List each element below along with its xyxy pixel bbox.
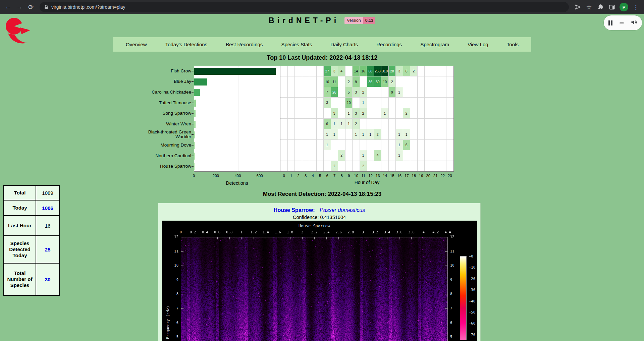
heatmap-cell bbox=[432, 140, 439, 150]
heatmap-cell: 1 bbox=[396, 129, 403, 139]
heatmap-cell bbox=[389, 150, 396, 161]
spec-xtick-label: 4.2 bbox=[430, 230, 441, 234]
species-label: Mourning Dove bbox=[147, 140, 191, 151]
heatmap-cell bbox=[403, 119, 411, 129]
heatmap-cell bbox=[425, 98, 432, 108]
hour-axis-tick-label: 12 bbox=[367, 174, 375, 178]
species-label: Fish Crow bbox=[147, 66, 191, 76]
stat-value[interactable]: 25 bbox=[36, 236, 59, 263]
species-label: Black-throated Green Warbler bbox=[147, 129, 191, 140]
nav-item-overview[interactable]: Overview bbox=[126, 42, 147, 47]
spec-tickmark bbox=[445, 280, 447, 280]
heatmap-cell bbox=[280, 98, 288, 108]
spec-tickmark bbox=[326, 237, 327, 239]
heatmap-cell bbox=[295, 87, 302, 98]
heatmap-cell bbox=[302, 140, 310, 150]
heatmap-cell: 1 bbox=[367, 129, 374, 139]
forward-icon[interactable]: → bbox=[14, 2, 25, 12]
hour-axis-tick-label: 14 bbox=[381, 174, 389, 178]
heatmap-cell bbox=[446, 66, 454, 76]
heatmap-cell bbox=[331, 140, 338, 150]
species-link[interactable]: House Sparrow: bbox=[274, 207, 315, 213]
heatmap-cell bbox=[410, 129, 418, 139]
colorbar-label: -60 bbox=[469, 321, 475, 325]
heatmap-cell bbox=[439, 76, 446, 87]
heatmap-cell bbox=[432, 76, 439, 87]
heatmap-cell bbox=[439, 150, 446, 161]
profile-avatar[interactable]: P bbox=[620, 3, 628, 11]
nav-item-best-recordings[interactable]: Best Recordings bbox=[226, 42, 263, 47]
detections-bar bbox=[194, 78, 207, 86]
reload-icon[interactable]: ⟳ bbox=[25, 2, 36, 12]
species-label: House Sparrow bbox=[147, 161, 191, 172]
stat-value[interactable]: 1006 bbox=[36, 200, 59, 216]
heatmap-cell bbox=[439, 108, 446, 119]
heatmap-cell bbox=[410, 119, 418, 129]
heatmap-cell: 1 bbox=[403, 129, 411, 139]
nav-item-tools[interactable]: Tools bbox=[507, 42, 519, 47]
heatmap-cell bbox=[396, 161, 403, 171]
heatmap-cell: 3 bbox=[331, 108, 338, 119]
heatmap-cell bbox=[425, 76, 432, 87]
nav-item-today-s-detections[interactable]: Today's Detections bbox=[165, 42, 207, 47]
extensions-icon[interactable] bbox=[595, 2, 606, 12]
spec-xtick-label: 2.6 bbox=[333, 230, 344, 234]
heatmap-cell bbox=[280, 161, 288, 171]
nav-item-recordings[interactable]: Recordings bbox=[376, 42, 402, 47]
heatmap-cell bbox=[338, 161, 345, 171]
heatmap-cell bbox=[446, 108, 454, 119]
heatmap-cell bbox=[309, 140, 317, 150]
spec-xtick-label: 2 bbox=[297, 230, 308, 234]
heatmap-cell bbox=[396, 108, 403, 119]
side-panel-icon[interactable] bbox=[606, 2, 617, 12]
heatmap-cell bbox=[410, 108, 418, 119]
detections-bar bbox=[194, 142, 195, 149]
spec-tickmark bbox=[181, 251, 183, 252]
browser-menu-icon[interactable]: ⋮ bbox=[631, 2, 641, 12]
spec-xtick-label: 3.2 bbox=[369, 230, 381, 234]
heatmap-cell bbox=[317, 66, 324, 76]
send-icon[interactable] bbox=[572, 2, 583, 12]
spec-tickmark bbox=[181, 308, 183, 309]
hour-axis-tick-label: 8 bbox=[338, 174, 346, 178]
stat-value[interactable]: 30 bbox=[36, 263, 59, 295]
nav-item-view-log[interactable]: View Log bbox=[468, 42, 488, 47]
nav-item-spectrogram[interactable]: Spectrogram bbox=[420, 42, 449, 47]
stat-label: Species Detected Today bbox=[4, 236, 36, 263]
nav-item-daily-charts[interactable]: Daily Charts bbox=[330, 42, 358, 47]
bookmark-star-icon[interactable]: ☆ bbox=[584, 2, 594, 12]
stat-label: Today bbox=[4, 200, 36, 216]
nav-item-species-stats[interactable]: Species Stats bbox=[281, 42, 312, 47]
heatmap-cell: 3 bbox=[324, 98, 331, 108]
heatmap-cell: 1 bbox=[396, 87, 403, 98]
heatmap-cell: 2 bbox=[331, 161, 338, 171]
heatmap-cell bbox=[418, 140, 425, 150]
back-icon[interactable]: ← bbox=[3, 2, 13, 12]
scientific-name-link[interactable]: Passer domesticus bbox=[320, 207, 365, 213]
heatmap-cell bbox=[338, 87, 345, 98]
heatmap-cell: 1 bbox=[360, 129, 367, 139]
page-title: BirdNET-Pi bbox=[269, 16, 339, 25]
heatmap-cell bbox=[418, 161, 425, 171]
heatmap-cell bbox=[381, 150, 389, 161]
heatmap-cell bbox=[309, 98, 317, 108]
detections-bar bbox=[194, 89, 200, 96]
spec-xtick-label: 0.8 bbox=[224, 230, 235, 234]
spec-tickmark bbox=[375, 237, 375, 239]
heatmap-cell bbox=[418, 129, 425, 139]
address-bar[interactable]: virginia.birdnetpi.com/?stream=play bbox=[40, 2, 569, 12]
detections-bar bbox=[194, 110, 196, 117]
heatmap-cell bbox=[302, 87, 310, 98]
hour-axis-tick-label: 19 bbox=[417, 174, 425, 178]
spec-xtick-label: 0.2 bbox=[187, 230, 199, 234]
heatmap-cell bbox=[280, 129, 288, 139]
heatmap-cell bbox=[410, 87, 418, 98]
heatmap-cell bbox=[446, 87, 454, 98]
heatmap-cell: 1 bbox=[338, 119, 345, 129]
heatmap-cell: 3 bbox=[353, 87, 360, 98]
heatmap-cell bbox=[302, 98, 310, 108]
heatmap-cell bbox=[288, 140, 295, 150]
species-axis-tick bbox=[192, 81, 194, 82]
stats-row: Today1006 bbox=[4, 200, 59, 216]
heatmap-cell bbox=[389, 140, 396, 150]
